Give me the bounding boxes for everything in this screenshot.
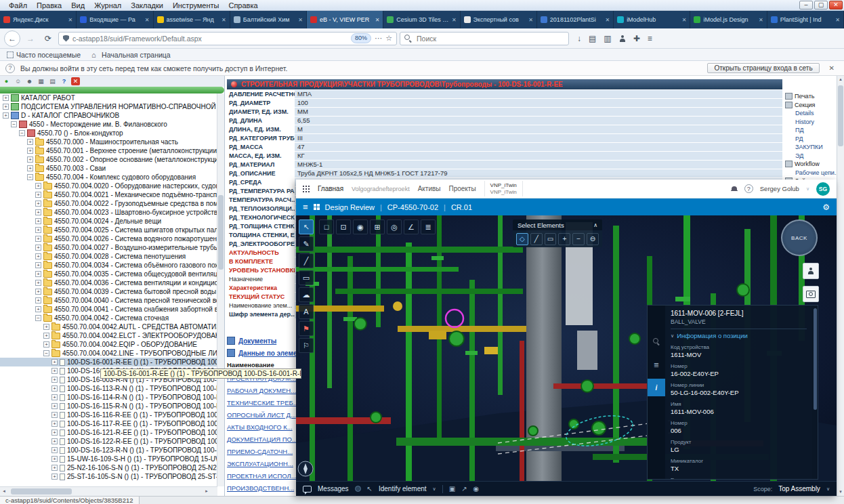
identify-element-label[interactable]: Identify element <box>379 485 427 492</box>
tree-item[interactable]: + 100-DS-16-123-R-N () (1) - ТРУБОПРОВОД… <box>0 446 217 455</box>
properties-scrollbar[interactable] <box>812 306 818 479</box>
tree-item[interactable]: + 4550.70.002 - Опорное основание (метал… <box>0 155 217 164</box>
menu-item[interactable]: Закладки <box>126 1 168 9</box>
viewer-nav-item[interactable]: Проекты <box>448 185 476 192</box>
menu-item[interactable]: Инструменты <box>168 1 224 9</box>
browser-tab[interactable]: Экспертный сов <box>461 11 537 28</box>
browser-tab[interactable]: 20181102PlantSi <box>537 11 614 28</box>
tree-item[interactable]: + 4550.70.004.0041 - Система снабжения з… <box>0 305 217 314</box>
search-bar[interactable] <box>400 32 569 45</box>
fit-view-icon[interactable]: ⊡ <box>336 219 351 234</box>
tree-expander-icon[interactable]: + <box>35 227 41 233</box>
document-link[interactable]: РАБОЧАЯ ДОКУМЕН... <box>227 387 296 394</box>
list-rail-icon[interactable]: ≣ <box>648 356 665 373</box>
tab-close-icon[interactable] <box>221 17 226 23</box>
property-value[interactable]: ММ <box>295 108 782 116</box>
library-icon[interactable]: ▤ <box>589 34 596 43</box>
tree-item[interactable]: + 100-DS-16-117-R-EE () (1) - ТРУБОПРОВО… <box>0 419 217 428</box>
bookmark-item[interactable]: Часто посещаемые <box>7 51 81 59</box>
tree-expander-icon[interactable]: + <box>51 438 58 444</box>
app-grid-icon[interactable] <box>303 186 310 192</box>
view-settings-icon[interactable]: ◎ <box>387 219 402 234</box>
menu-item[interactable]: Файл <box>4 1 32 9</box>
document-link[interactable]: ПРИЕМО-СДАТОЧН... <box>227 448 293 455</box>
tree-expander-icon[interactable]: + <box>3 95 9 101</box>
property-value[interactable]: МПА <box>295 90 782 98</box>
add-selection-icon[interactable]: + <box>558 233 570 245</box>
tree-item[interactable]: − 4550 - Месторождение им. В. Филановско… <box>0 120 217 129</box>
visibility-icon[interactable]: ◉ <box>353 219 368 234</box>
tree-expander-icon[interactable]: + <box>51 403 58 409</box>
property-value[interactable]: МНЖ5-1 <box>295 161 782 169</box>
sidebar-item[interactable]: РД <box>782 135 837 144</box>
close-window-button[interactable]: ✕ <box>829 1 843 9</box>
tree-item[interactable]: + 4550.70.004.0028 - Система пенотушения <box>0 252 217 261</box>
help-icon[interactable]: ? <box>744 184 753 193</box>
browser-tab[interactable]: Яндекс.Диск <box>0 11 77 28</box>
tab-close-icon[interactable] <box>682 17 687 23</box>
download-icon[interactable]: ↓ <box>577 34 581 43</box>
home-globe-icon[interactable]: ● <box>2 77 11 85</box>
tree-expander-icon[interactable]: + <box>51 447 58 453</box>
tree-item[interactable]: + 4550.70.004.0020 - Оборудование настер… <box>0 182 217 190</box>
document-link[interactable]: ПРОЕКТНАЯ ИСПОЛ... <box>227 472 297 480</box>
sidebar-item[interactable]: Секция <box>782 101 837 110</box>
page-scrollbar[interactable]: ▲ ▼ <box>837 76 844 496</box>
tree-item[interactable]: − 4550.70.004 - Комплекс судового оборуд… <box>0 173 217 182</box>
tab-close-icon[interactable] <box>298 17 303 23</box>
minimize-button[interactable]: – <box>799 1 813 9</box>
tree-item[interactable]: + 4550.70.004.0026 - Система водяного по… <box>0 234 217 243</box>
menu-icon[interactable]: ≡ <box>648 34 652 43</box>
walk-mode-button[interactable] <box>803 263 819 279</box>
zoom-level-badge[interactable]: 80% <box>351 33 371 43</box>
close-panel-icon[interactable]: ✕ <box>71 77 80 85</box>
flag-red-icon[interactable]: ⚑ <box>299 321 314 336</box>
reload-button[interactable]: ⟳ <box>41 31 56 46</box>
tree-expander-icon[interactable]: + <box>51 465 58 471</box>
view-navigation-cube[interactable]: BACK <box>781 219 818 256</box>
tree-item[interactable]: + 4550.70.000 - Машиностроительная часть <box>0 138 217 146</box>
bookmark-item[interactable]: Начальная страница <box>91 51 171 59</box>
tree-expander-icon[interactable]: + <box>51 421 58 427</box>
tree-expander-icon[interactable]: + <box>35 306 41 312</box>
sidebar-item[interactable]: Рабочие цепи... <box>782 169 837 177</box>
tab-close-icon[interactable] <box>145 17 150 23</box>
cloud-markup-icon[interactable]: ☁ <box>299 287 314 302</box>
clear-selection-icon[interactable]: ⊖ <box>587 233 599 245</box>
export-icon[interactable]: ↗ <box>461 485 467 492</box>
tree-item[interactable]: + 4550.70.004.0023 - Швартовно-буксирное… <box>0 208 217 217</box>
tree-item[interactable]: + 4550.70.004.0024 - Дельные вещи <box>0 217 217 226</box>
tree-item[interactable]: + 4550.70.004.0042.ELCT - ЭЛЕКТРООБОРУДО… <box>0 331 217 340</box>
tree-item[interactable]: − 4550.70.004.0042.LINE - ТРУБОПРОВОДНЫЕ… <box>0 349 217 358</box>
forward-button[interactable]: → <box>23 31 38 46</box>
tree-expander-icon[interactable]: + <box>27 165 33 171</box>
tree-item[interactable]: + 25-ST-16-105-S-N () (1) - ТРУБОПРОВОД … <box>0 472 217 481</box>
document-link[interactable]: ТЕХНИЧЕСКИЕ ТРЕБ... <box>227 399 299 406</box>
tab-close-icon[interactable] <box>452 17 457 23</box>
browser-tab[interactable]: eB - V, VIEW PER <box>307 11 383 28</box>
tree-item[interactable]: − 4550.70 () - Блок-кондуктор <box>0 129 217 138</box>
tree-item[interactable]: + КАТАЛОГ РАБОТ <box>0 93 217 102</box>
tree-item[interactable]: + 100-DS-16-114-R-N () (1) - ТРУБОПРОВОД… <box>0 393 217 402</box>
property-value[interactable]: Труба ДКРНТ 105х2,5 НД МНЖ5-1 ГОСТ 17217… <box>295 169 782 177</box>
browser-tab[interactable]: assetwise — Янд <box>154 11 230 28</box>
tree-expander-icon[interactable]: − <box>43 350 49 356</box>
new-document-icon[interactable]: ▤ <box>48 77 57 85</box>
select-tool-icon[interactable]: ↖ <box>299 219 314 234</box>
tree-expander-icon[interactable]: + <box>51 394 58 400</box>
tree-expander-icon[interactable]: + <box>27 156 33 163</box>
notifications-bell-icon[interactable] <box>731 186 738 192</box>
menu-item[interactable]: Справка <box>224 1 262 9</box>
user-avatar[interactable]: SG <box>816 182 830 196</box>
tree-expander-icon[interactable]: + <box>3 112 9 119</box>
tree-item[interactable]: + 100-DS-16-113-R-N () (1) - ТРУБОПРОВОД… <box>0 384 217 393</box>
document-link[interactable]: ДОКУМЕНТАЦИЯ ПО... <box>227 436 297 443</box>
messages-label[interactable]: Messages <box>318 485 349 492</box>
collapse-panel-icon[interactable]: ∧ <box>593 222 597 228</box>
remove-selection-icon[interactable]: − <box>572 233 585 245</box>
tree-item[interactable]: + 100-DS-16-116-R-EE () (1) - ТРУБОПРОВО… <box>0 411 217 419</box>
add-contact-icon[interactable]: ☺ <box>14 77 22 85</box>
tree-item[interactable]: + D - КАТАЛОГ СПРАВОЧНИКОВ <box>0 111 217 120</box>
bookmark-star-icon[interactable]: ☆ <box>385 34 392 43</box>
browser-tab[interactable]: PlantSight | Ind <box>767 11 844 28</box>
